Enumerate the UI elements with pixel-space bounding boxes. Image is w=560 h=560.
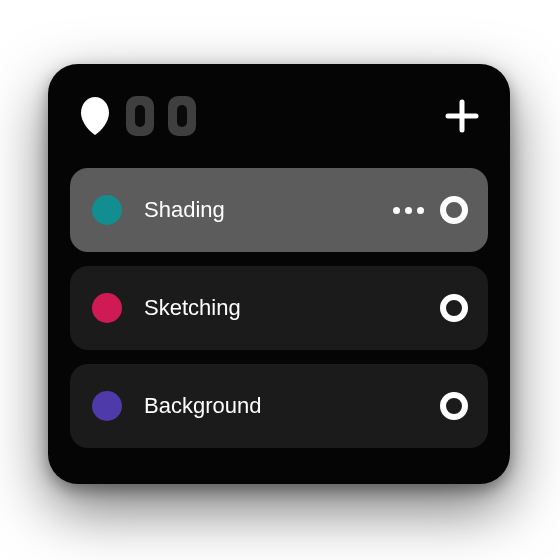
layer-label: Sketching bbox=[144, 295, 440, 321]
color-swatch bbox=[92, 293, 122, 323]
more-options-icon[interactable] bbox=[393, 207, 424, 214]
layer-row-sketching[interactable]: Sketching bbox=[70, 266, 488, 350]
layer-label: Background bbox=[144, 393, 440, 419]
card-slot-icon-1[interactable] bbox=[126, 96, 154, 136]
layer-row-shading[interactable]: Shading bbox=[70, 168, 488, 252]
color-swatch bbox=[92, 391, 122, 421]
toolbar bbox=[70, 88, 488, 144]
layers-panel: Shading Sketching Background bbox=[48, 64, 510, 484]
add-layer-button[interactable] bbox=[442, 96, 482, 136]
visibility-toggle[interactable] bbox=[440, 294, 468, 322]
visibility-toggle[interactable] bbox=[440, 392, 468, 420]
card-slot-icon-2[interactable] bbox=[168, 96, 196, 136]
color-swatch bbox=[92, 195, 122, 225]
layer-label: Shading bbox=[144, 197, 393, 223]
layer-row-background[interactable]: Background bbox=[70, 364, 488, 448]
visibility-toggle[interactable] bbox=[440, 196, 468, 224]
layers-list: Shading Sketching Background bbox=[70, 168, 488, 448]
balloon-icon[interactable] bbox=[78, 95, 112, 137]
